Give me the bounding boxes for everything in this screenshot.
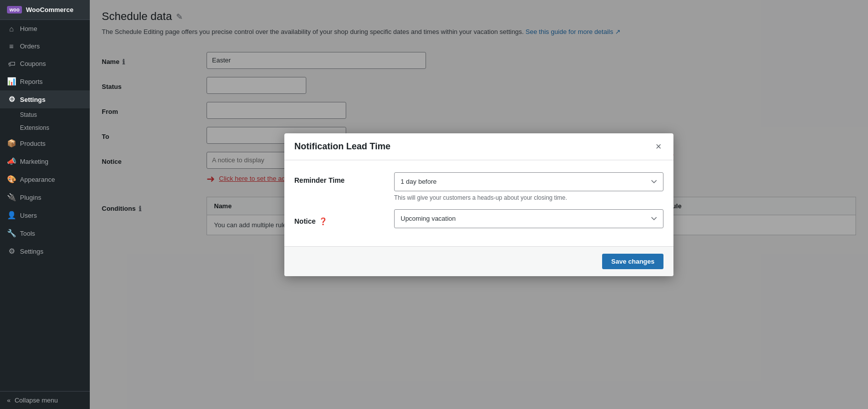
- sidebar-item-coupons[interactable]: 🏷 Coupons: [0, 55, 90, 72]
- orders-icon: ≡: [7, 42, 16, 50]
- sidebar-item-label: Appearance: [20, 176, 55, 183]
- appearance-icon: 🎨: [7, 175, 16, 184]
- coupons-icon: 🏷: [7, 59, 16, 68]
- settings2-icon: ⚙: [7, 247, 16, 256]
- sidebar-item-label: Reports: [20, 78, 43, 85]
- sidebar-brand-label: WooCommerce: [26, 6, 73, 13]
- home-icon: ⌂: [7, 24, 16, 33]
- marketing-icon: 📣: [7, 157, 16, 166]
- products-icon: 📦: [7, 139, 16, 148]
- modal-title: Notification Lead Time: [294, 141, 391, 152]
- modal-notice-select[interactable]: Upcoming vacation Holiday closing Summer…: [394, 209, 663, 228]
- notice-label-group: Notice ❓: [294, 213, 394, 225]
- plugins-icon: 🔌: [7, 193, 16, 202]
- save-changes-button[interactable]: Save changes: [602, 254, 663, 269]
- modal-footer: Save changes: [284, 246, 673, 276]
- sidebar-item-label: Marketing: [20, 158, 48, 165]
- sidebar-item-label: Settings: [20, 248, 43, 255]
- sidebar-item-label: Home: [20, 25, 37, 32]
- woocommerce-icon: woo: [7, 6, 22, 13]
- reminder-time-label: Reminder Time: [294, 172, 394, 184]
- modal-notice-label-cell: Notice ❓: [294, 209, 394, 225]
- sidebar-sub-label: Status: [20, 111, 37, 118]
- modal-notice-content: Upcoming vacation Holiday closing Summer…: [394, 209, 663, 228]
- sidebar-item-plugins[interactable]: 🔌 Plugins: [0, 188, 90, 206]
- sidebar-item-label: Products: [20, 140, 45, 147]
- modal-header: Notification Lead Time ×: [284, 133, 673, 160]
- reports-icon: 📊: [7, 77, 16, 86]
- settings-icon: ⚙: [7, 95, 16, 104]
- sidebar-item-marketing[interactable]: 📣 Marketing: [0, 152, 90, 170]
- reminder-time-row: Reminder Time 1 day before 2 days before…: [294, 172, 663, 201]
- modal-close-button[interactable]: ×: [653, 141, 663, 151]
- sidebar-item-appearance[interactable]: 🎨 Appearance: [0, 170, 90, 188]
- sidebar-sub-label: Extensions: [20, 124, 49, 131]
- sidebar-item-tools[interactable]: 🔧 Tools: [0, 224, 90, 242]
- sidebar: woo WooCommerce ⌂ Home ≡ Orders 🏷 Coupon…: [0, 0, 90, 409]
- collapse-label: Collapse menu: [14, 397, 58, 404]
- sidebar-item-label: Orders: [20, 42, 40, 50]
- reminder-time-content: 1 day before 2 days before 3 days before…: [394, 172, 663, 201]
- modal: Notification Lead Time × Reminder Time 1…: [284, 133, 673, 276]
- sidebar-sub-status[interactable]: Status: [0, 108, 90, 121]
- sidebar-item-label: Users: [20, 212, 37, 219]
- tools-icon: 🔧: [7, 229, 16, 238]
- sidebar-brand[interactable]: woo WooCommerce: [0, 0, 90, 20]
- sidebar-item-label: Plugins: [20, 194, 41, 201]
- modal-notice-help-icon[interactable]: ❓: [319, 217, 327, 225]
- main-content: Schedule data ✎ The Schedule Editing pag…: [90, 0, 868, 409]
- collapse-icon: «: [7, 397, 10, 404]
- sidebar-item-settings2[interactable]: ⚙ Settings: [0, 242, 90, 260]
- modal-body: Reminder Time 1 day before 2 days before…: [284, 160, 673, 246]
- reminder-hint: This will give your customers a heads-up…: [394, 194, 663, 201]
- sidebar-item-label: Settings: [20, 96, 45, 103]
- sidebar-item-orders[interactable]: ≡ Orders: [0, 37, 90, 55]
- users-icon: 👤: [7, 211, 16, 220]
- sidebar-item-reports[interactable]: 📊 Reports: [0, 72, 90, 90]
- sidebar-item-products[interactable]: 📦 Products: [0, 134, 90, 152]
- collapse-menu-button[interactable]: « Collapse menu: [0, 391, 90, 409]
- sidebar-sub-extensions[interactable]: Extensions: [0, 121, 90, 134]
- sidebar-item-settings[interactable]: ⚙ Settings: [0, 90, 90, 108]
- sidebar-item-label: Coupons: [20, 60, 46, 67]
- sidebar-item-home[interactable]: ⌂ Home: [0, 20, 90, 37]
- reminder-time-select[interactable]: 1 day before 2 days before 3 days before…: [394, 172, 663, 191]
- modal-notice-row: Notice ❓ Upcoming vacation Holiday closi…: [294, 209, 663, 228]
- sidebar-item-label: Tools: [20, 230, 35, 237]
- sidebar-item-users[interactable]: 👤 Users: [0, 206, 90, 224]
